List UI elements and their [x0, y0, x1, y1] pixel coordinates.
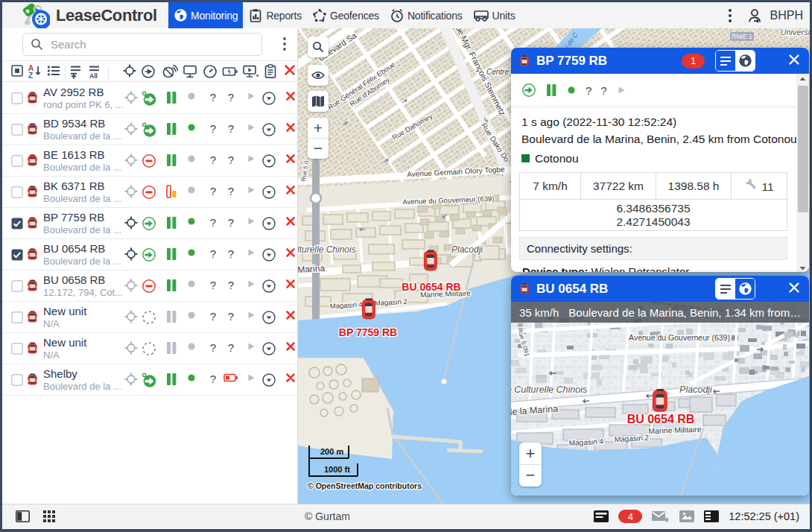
- svg-text:Marine Militaire: Marine Militaire: [648, 425, 702, 435]
- svg-text:All: All: [89, 72, 98, 79]
- svg-text:Magasin 2: Magasin 2: [375, 297, 407, 307]
- svg-text:200 m: 200 m: [320, 447, 343, 456]
- svg-text:re Culturelle Chinois: re Culturelle Chinois: [511, 384, 587, 395]
- svg-text:Placodji: Placodji: [451, 244, 483, 255]
- svg-text:ulturelle Chinois: ulturelle Chinois: [298, 244, 356, 255]
- svg-text:BU 0654 RB: BU 0654 RB: [627, 413, 695, 425]
- svg-text:RNIE 1: RNIE 1: [732, 33, 752, 40]
- svg-text:BU 0654 RB: BU 0654 RB: [402, 281, 460, 293]
- svg-text:Université: Université: [781, 28, 810, 37]
- svg-text:Avenue du Gouverneur (639): Avenue du Gouverneur (639): [629, 333, 730, 342]
- svg-text:Placodji: Placodji: [679, 384, 713, 395]
- svg-text:BP 7759 RB: BP 7759 RB: [339, 326, 397, 338]
- svg-text:Z: Z: [28, 72, 33, 79]
- svg-text:Marina: Marina: [298, 263, 326, 276]
- svg-text:1000 ft: 1000 ft: [324, 465, 350, 474]
- svg-text:Magasin 4: Magasin 4: [330, 300, 363, 310]
- svg-text:© OpenStreetMap contributors: © OpenStreetMap contributors: [308, 481, 422, 490]
- svg-text:Centre: Centre: [486, 68, 509, 76]
